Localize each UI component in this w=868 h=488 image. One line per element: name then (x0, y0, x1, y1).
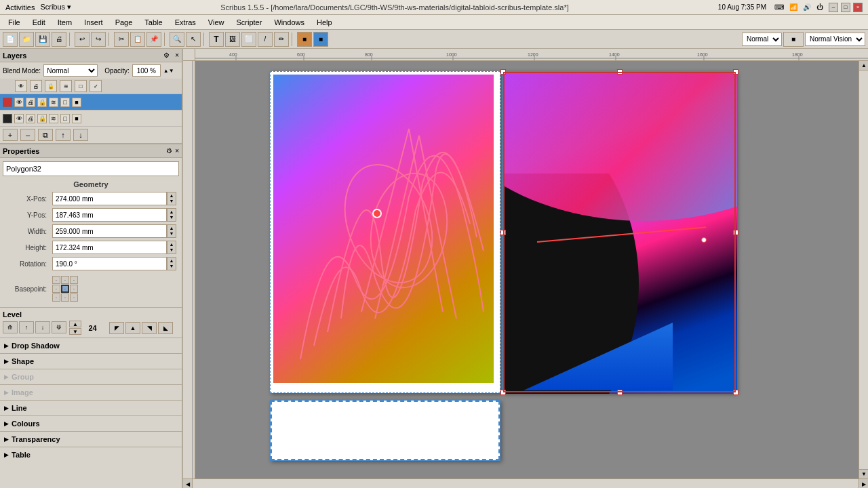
bp-tl[interactable]: · (52, 276, 60, 284)
layer-duplicate-btn[interactable]: ⧉ (38, 129, 53, 141)
layer-flow-1[interactable]: ≋ (49, 98, 58, 107)
xpos-spin[interactable]: ▲ ▼ (167, 192, 176, 205)
ypos-spin[interactable]: ▲ ▼ (167, 208, 176, 222)
layer-add-btn[interactable]: + (3, 129, 18, 141)
paste-btn[interactable]: 📌 (146, 32, 161, 47)
layer-lock-2[interactable]: 🔒 (37, 114, 47, 123)
bp-mr[interactable]: · (70, 285, 78, 293)
layer-down-btn[interactable]: ↓ (73, 129, 88, 141)
drop-shadow-header[interactable]: ▶ Drop Shadow (0, 338, 182, 353)
menu-table[interactable]: Table (139, 17, 167, 28)
layers-close-icon[interactable]: × (175, 52, 179, 59)
level-to-bottom-btn[interactable]: ⟱ (52, 321, 66, 333)
scroll-left-btn[interactable]: ◀ (183, 479, 193, 488)
level-down-btn[interactable]: ↓ (35, 321, 50, 333)
layer-outline-1[interactable]: □ (60, 98, 70, 107)
line-header[interactable]: ▶ Line (0, 401, 182, 415)
menu-windows[interactable]: Windows (269, 17, 310, 28)
layer-remove-btn[interactable]: – (20, 129, 35, 141)
undo-btn[interactable]: ↩ (75, 32, 90, 47)
scribus-app-label[interactable]: Scribus ▾ (40, 3, 71, 12)
scroll-down-btn[interactable]: ▼ (859, 469, 868, 479)
shape-header[interactable]: ▶ Shape (0, 354, 182, 369)
layer-sel-2[interactable]: ■ (72, 114, 81, 123)
opacity-spin[interactable]: ▲▼ (163, 68, 174, 74)
layer-sel-1[interactable]: ■ (72, 98, 81, 107)
group-header[interactable]: ▶ Group (0, 369, 182, 384)
menu-file[interactable]: File (3, 17, 26, 28)
bp-tr[interactable]: · (70, 276, 78, 284)
xpos-input[interactable] (52, 192, 167, 205)
canvas-viewport[interactable]: ▲ ▼ (195, 61, 868, 479)
level-num-down[interactable]: ▼ (69, 328, 81, 335)
scroll-right-btn[interactable]: ▶ (859, 479, 868, 488)
minimize-button[interactable]: – (829, 3, 838, 12)
opacity-input[interactable] (132, 64, 161, 77)
render-mode-select[interactable]: Normal Fast (742, 33, 782, 46)
level-align-tc[interactable]: ▲ (125, 322, 140, 334)
copy-btn[interactable]: 📋 (130, 32, 145, 47)
layer-vis-2[interactable]: 👁 (14, 114, 24, 123)
activities-label[interactable]: Activities (5, 3, 35, 12)
width-spin[interactable]: ▲ ▼ (167, 224, 176, 238)
bp-bc[interactable]: · (61, 293, 69, 302)
table-header[interactable]: ▶ Table (0, 447, 182, 462)
level-align-bl[interactable]: ◣ (158, 322, 173, 334)
bp-br[interactable]: · (70, 293, 78, 302)
image-btn[interactable]: 🖼 (225, 32, 240, 47)
width-input[interactable] (52, 224, 167, 238)
scroll-track-h[interactable] (193, 479, 859, 488)
height-input[interactable] (52, 241, 167, 254)
scroll-track-v[interactable] (859, 70, 868, 469)
level-align-tr[interactable]: ◥ (142, 322, 157, 334)
bottom-scrollbar[interactable]: ◀ ▶ (183, 479, 868, 488)
new-btn[interactable]: 📄 (3, 32, 18, 47)
close-button[interactable]: × (853, 3, 863, 12)
bp-tc[interactable]: · (61, 276, 69, 284)
ypos-input[interactable] (52, 208, 167, 222)
rotation-input[interactable] (52, 257, 167, 270)
level-num-up[interactable]: ▲ (69, 321, 81, 327)
blend-mode-select[interactable]: Normal (43, 64, 98, 77)
properties-settings-icon[interactable]: ⚙ (166, 147, 172, 155)
text-btn[interactable]: T (209, 32, 224, 47)
shape-btn[interactable]: ⬜ (241, 32, 256, 47)
layer-vis-1[interactable]: 👁 (14, 98, 24, 107)
height-spin[interactable]: ▲ ▼ (167, 241, 176, 254)
bp-ml[interactable]: · (52, 285, 60, 293)
menu-extras[interactable]: Extras (170, 17, 201, 28)
cut-btn[interactable]: ✂ (114, 32, 129, 47)
menu-item[interactable]: Item (52, 17, 77, 28)
bp-center[interactable]: · (61, 285, 69, 293)
level-align-tl[interactable]: ◤ (109, 322, 124, 334)
redo-btn[interactable]: ↪ (91, 32, 106, 47)
pencil-btn[interactable]: ✏ (274, 32, 289, 47)
rotation-spin[interactable]: ▲ ▼ (167, 257, 176, 270)
menu-insert[interactable]: Insert (79, 17, 108, 28)
layer-print-2[interactable]: 🖨 (26, 114, 35, 123)
menu-page[interactable]: Page (110, 17, 138, 28)
colours-header[interactable]: ▶ Colours (0, 416, 182, 431)
object-name-input[interactable] (3, 161, 179, 176)
layer-lock-1[interactable]: 🔒 (37, 98, 47, 107)
menu-edit[interactable]: Edit (27, 17, 51, 28)
image-header[interactable]: ▶ Image (0, 385, 182, 400)
level-to-top-btn[interactable]: ⟰ (3, 321, 18, 333)
transparency-header[interactable]: ▶ Transparency (0, 432, 182, 447)
color2-btn[interactable]: ■ (313, 32, 328, 47)
right-scrollbar[interactable]: ▲ ▼ (859, 61, 868, 479)
menu-view[interactable]: View (203, 17, 230, 28)
layer-row-1[interactable]: 👁 🖨 🔒 ≋ □ ■ (0, 94, 182, 110)
select-btn[interactable]: ↖ (186, 32, 201, 47)
layer-row-2[interactable]: 👁 🖨 🔒 ≋ □ ■ (0, 110, 182, 127)
layer-up-btn[interactable]: ↑ (56, 129, 71, 141)
color-preview-btn[interactable]: ■ (783, 32, 804, 47)
layer-flow-2[interactable]: ≋ (49, 114, 58, 123)
line-btn[interactable]: / (258, 32, 273, 47)
menu-help[interactable]: Help (311, 17, 338, 28)
level-up-btn[interactable]: ↑ (19, 321, 34, 333)
zoom-btn[interactable]: 🔍 (170, 32, 184, 47)
layers-settings-icon[interactable]: ⚙ (163, 52, 170, 59)
layer-print-1[interactable]: 🖨 (26, 98, 35, 107)
save-btn[interactable]: 💾 (35, 32, 50, 47)
